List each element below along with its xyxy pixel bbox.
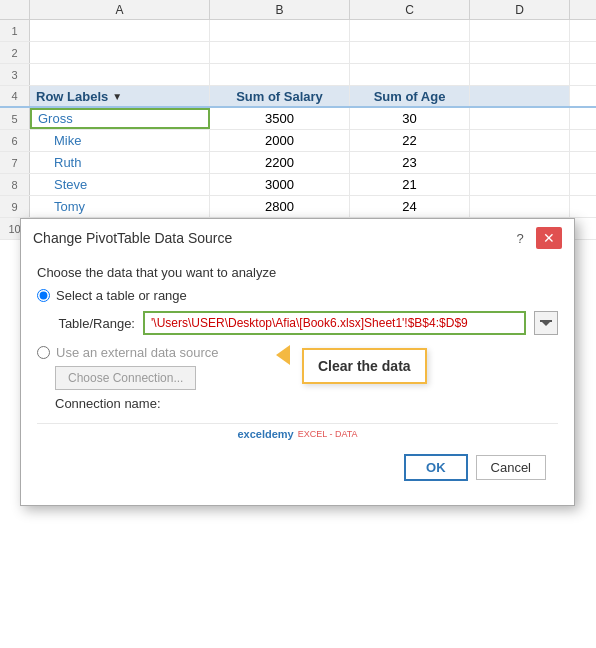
cell-mike-salary: 2000 bbox=[210, 130, 350, 151]
cell-d4 bbox=[470, 86, 570, 106]
cell-gross-age: 30 bbox=[350, 108, 470, 129]
row-number: 8 bbox=[0, 174, 30, 195]
ok-button[interactable]: OK bbox=[404, 454, 468, 481]
dialog-titlebar: Change PivotTable Data Source ? ✕ bbox=[21, 219, 574, 255]
row-number: 9 bbox=[0, 196, 30, 217]
dialog-help-button[interactable]: ? bbox=[510, 228, 530, 248]
dialog-analyze-label: Choose the data that you want to analyze bbox=[37, 265, 558, 280]
dialog-footer: OK Cancel bbox=[37, 448, 558, 491]
cell-b3 bbox=[210, 64, 350, 85]
cell-gross-label: Gross bbox=[30, 108, 210, 129]
radio-table-range-row: Select a table or range bbox=[37, 288, 558, 303]
table-row: 3 bbox=[0, 64, 596, 86]
cell-tomy-age: 24 bbox=[350, 196, 470, 217]
table-range-row: Table/Range: bbox=[55, 311, 558, 335]
column-header-row: A B C D bbox=[0, 0, 596, 20]
table-range-input[interactable] bbox=[143, 311, 526, 335]
cell-d5 bbox=[470, 108, 570, 129]
table-row: 2 bbox=[0, 42, 596, 64]
radio-table-input[interactable] bbox=[37, 289, 50, 302]
cell-steve-label: Steve bbox=[30, 174, 210, 195]
svg-marker-1 bbox=[541, 321, 551, 326]
callout-arrow-icon bbox=[276, 345, 290, 365]
cell-b1 bbox=[210, 20, 350, 41]
steve-row: 8 Steve 3000 21 bbox=[0, 174, 596, 196]
cell-ruth-label: Ruth bbox=[30, 152, 210, 173]
dropdown-arrow-icon[interactable]: ▼ bbox=[112, 91, 122, 102]
cell-row-labels: Row Labels ▼ bbox=[30, 86, 210, 106]
connection-name-row: Connection name: bbox=[55, 396, 558, 411]
cell-sum-salary-header: Sum of Salary bbox=[210, 86, 350, 106]
cell-steve-salary: 3000 bbox=[210, 174, 350, 195]
connection-name-label: Connection name: bbox=[55, 396, 161, 411]
row-number: 3 bbox=[0, 64, 30, 85]
radio-external-row: Use an external data source bbox=[37, 345, 558, 360]
gross-row: 5 Gross 3500 30 bbox=[0, 108, 596, 130]
cancel-button[interactable]: Cancel bbox=[476, 455, 546, 480]
table-row: 1 bbox=[0, 20, 596, 42]
radio-external-label: Use an external data source bbox=[56, 345, 219, 360]
cell-d6 bbox=[470, 130, 570, 151]
row-number: 1 bbox=[0, 20, 30, 41]
row-number: 5 bbox=[0, 108, 30, 129]
cell-ruth-salary: 2200 bbox=[210, 152, 350, 173]
collapse-icon bbox=[539, 316, 553, 330]
cell-c3 bbox=[350, 64, 470, 85]
radio-table-label: Select a table or range bbox=[56, 288, 187, 303]
row-number: 4 bbox=[0, 86, 30, 106]
cell-c2 bbox=[350, 42, 470, 63]
cell-mike-label: Mike bbox=[30, 130, 210, 151]
cell-tomy-salary: 2800 bbox=[210, 196, 350, 217]
col-header-b: B bbox=[210, 0, 350, 19]
row-number: 2 bbox=[0, 42, 30, 63]
choose-connection-button[interactable]: Choose Connection... bbox=[55, 366, 196, 390]
logo-sub-text: EXCEL - DATA bbox=[298, 429, 358, 439]
col-header-c: C bbox=[350, 0, 470, 19]
table-range-collapse-button[interactable] bbox=[534, 311, 558, 335]
cell-gross-salary: 3500 bbox=[210, 108, 350, 129]
tomy-row: 9 Tomy 2800 24 bbox=[0, 196, 596, 218]
cell-d7 bbox=[470, 152, 570, 173]
logo-main-text: exceldemy bbox=[237, 428, 293, 440]
callout-box: Clear the data bbox=[302, 348, 427, 384]
cell-b2 bbox=[210, 42, 350, 63]
row-number: 6 bbox=[0, 130, 30, 151]
col-header-a: A bbox=[30, 0, 210, 19]
cell-steve-age: 21 bbox=[350, 174, 470, 195]
cell-ruth-age: 23 bbox=[350, 152, 470, 173]
dialog-logo: exceldemy EXCEL - DATA bbox=[37, 423, 558, 444]
ruth-row: 7 Ruth 2200 23 bbox=[0, 152, 596, 174]
col-header-d: D bbox=[470, 0, 570, 19]
dialog-controls: ? ✕ bbox=[510, 227, 562, 249]
radio-external-input[interactable] bbox=[37, 346, 50, 359]
cell-d3 bbox=[470, 64, 570, 85]
cell-a3 bbox=[30, 64, 210, 85]
cell-a2 bbox=[30, 42, 210, 63]
dialog-body: Choose the data that you want to analyze… bbox=[21, 255, 574, 505]
cell-a1 bbox=[30, 20, 210, 41]
callout-text: Clear the data bbox=[318, 358, 411, 374]
dialog-title: Change PivotTable Data Source bbox=[33, 230, 510, 246]
row-number: 7 bbox=[0, 152, 30, 173]
change-pivot-dialog: Change PivotTable Data Source ? ✕ Choose… bbox=[20, 218, 575, 506]
table-range-label: Table/Range: bbox=[55, 316, 135, 331]
cell-d2 bbox=[470, 42, 570, 63]
cell-d9 bbox=[470, 196, 570, 217]
cell-d8 bbox=[470, 174, 570, 195]
cell-d1 bbox=[470, 20, 570, 41]
cell-tomy-label: Tomy bbox=[30, 196, 210, 217]
spreadsheet: A B C D 1 2 3 bbox=[0, 0, 596, 240]
corner-cell bbox=[0, 0, 30, 19]
cell-c1 bbox=[350, 20, 470, 41]
cell-sum-age-header: Sum of Age bbox=[350, 86, 470, 106]
row-labels-text: Row Labels bbox=[36, 89, 108, 104]
dialog-close-button[interactable]: ✕ bbox=[536, 227, 562, 249]
pivot-header-row: 4 Row Labels ▼ Sum of Salary Sum of Age bbox=[0, 86, 596, 108]
cell-mike-age: 22 bbox=[350, 130, 470, 151]
mike-row: 6 Mike 2000 22 bbox=[0, 130, 596, 152]
